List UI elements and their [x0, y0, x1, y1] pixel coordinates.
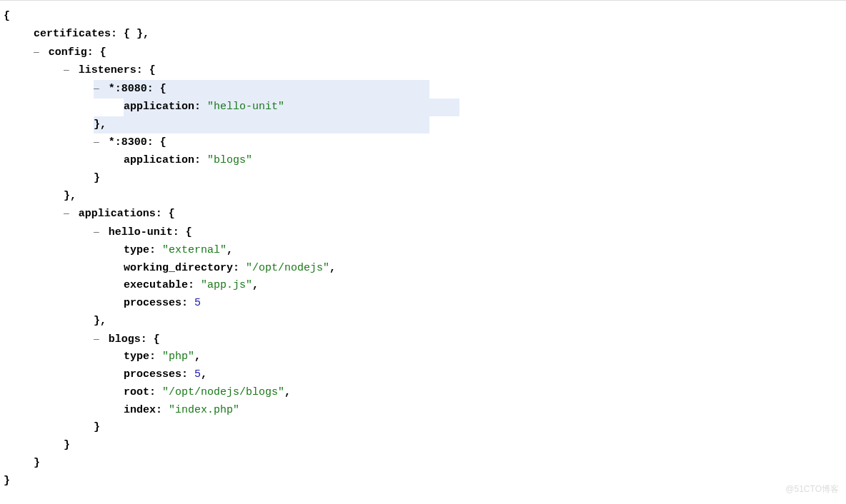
- blogs-type: type: "php",: [124, 348, 842, 366]
- brace-close: }: [4, 473, 842, 490]
- hu-wd: working_directory: "/opt/nodejs",: [124, 260, 842, 278]
- blogs-line[interactable]: – blogs: {: [94, 331, 842, 349]
- toggle-icon[interactable]: –: [94, 136, 99, 147]
- toggle-icon[interactable]: –: [94, 82, 99, 94]
- blogs-proc: processes: 5,: [124, 366, 842, 384]
- json-tree: { certificates: { }, – config: { – liste…: [4, 8, 842, 490]
- toggle-icon[interactable]: –: [64, 64, 69, 75]
- brace-open: {: [4, 8, 842, 26]
- hu-type: type: "external",: [124, 242, 842, 260]
- applications-line[interactable]: – applications: {: [64, 205, 842, 223]
- application-8080: application: "hello-unit": [124, 99, 842, 116]
- blogs-root: root: "/opt/nodejs/blogs",: [124, 384, 842, 402]
- toggle-icon[interactable]: –: [64, 207, 69, 218]
- brace-close: }: [94, 419, 842, 437]
- port-8300-line[interactable]: – *:8300: {: [94, 133, 842, 152]
- toggle-icon[interactable]: –: [94, 333, 99, 344]
- hu-exec: executable: "app.js",: [124, 277, 842, 295]
- brace-close: },: [94, 313, 842, 331]
- listeners-line[interactable]: – listeners: {: [64, 61, 842, 80]
- brace-close: }: [64, 437, 842, 455]
- brace-close: },: [64, 188, 842, 206]
- brace-close: }: [94, 170, 842, 188]
- toggle-icon[interactable]: –: [94, 226, 99, 237]
- blogs-index: index: "index.php": [124, 402, 842, 420]
- config-line[interactable]: – config: {: [34, 44, 842, 62]
- hello-unit-line[interactable]: – hello-unit: {: [94, 223, 842, 242]
- watermark: @51CTO博客: [785, 483, 839, 497]
- brace-close: }: [34, 455, 842, 473]
- certificates-line: certificates: { },: [34, 26, 842, 44]
- application-8300: application: "blogs": [124, 152, 842, 170]
- toggle-icon[interactable]: –: [34, 46, 39, 57]
- port-8080-line[interactable]: – *:8080: {: [94, 80, 842, 99]
- brace-close: },: [94, 116, 842, 134]
- hu-proc: processes: 5: [124, 295, 842, 313]
